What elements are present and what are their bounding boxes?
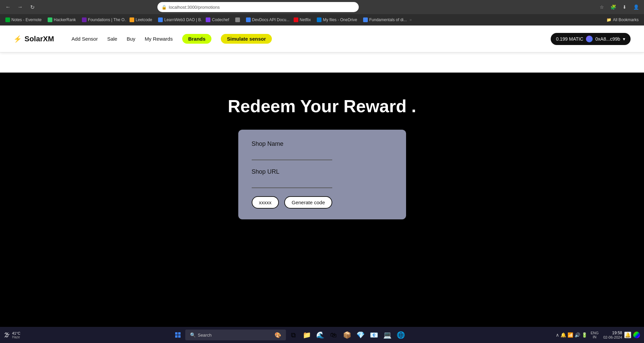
taskbar-store[interactable]: 🛍 <box>328 329 340 341</box>
bookmark-google-icon <box>363 17 368 22</box>
wallet-button[interactable]: 0.199 MATIC 0xA8...c99b ▾ <box>551 33 631 45</box>
page-title: Redeem Your Reward . <box>228 96 416 116</box>
taskbar-edge[interactable]: 🌊 <box>314 329 326 341</box>
nav-add-sensor[interactable]: Add Sensor <box>71 35 98 43</box>
bookmark-hackerrank-label: HackerRank <box>54 17 76 22</box>
bookmark-netflix-icon <box>294 17 298 22</box>
tray-sound-icon[interactable]: 🔊 <box>575 332 580 338</box>
locale: ENG IN <box>591 331 599 339</box>
browser-chrome: ← → ↻ 🔒 localhost:3000/promotions ☆ 🧩 ⬇ … <box>0 0 644 14</box>
taskbar-center: 🔍 Search 🎨 ⧉ 📁 🌊 🛍 📦 💎 📧 💻 🌐 <box>24 329 554 341</box>
weather-desc: Haze <box>12 335 20 339</box>
xxxxx-button[interactable]: xxxxx <box>252 196 279 209</box>
star-button[interactable]: ☆ <box>597 2 606 12</box>
sys-tray: ∧ 🔔 📶 🔊 🔋 <box>556 332 587 338</box>
url-text: localhost:3000/promotions <box>169 5 220 10</box>
bookmark-notes-label: Notes - Evernote <box>11 17 42 22</box>
notification-button[interactable]: 🔔 <box>624 332 631 338</box>
taskbar-left: 🌫 41°C Haze <box>4 331 23 339</box>
bookmark-netflix[interactable]: Netflix <box>291 16 313 23</box>
wallet-balance: 0.199 MATIC <box>556 36 583 42</box>
all-bookmarks-label: All Bookmarks <box>613 17 639 22</box>
nav-links: Add Sensor Sale Buy My Rewards Brands Si… <box>71 34 540 44</box>
bookmark-netflix-label: Netflix <box>300 17 311 22</box>
bookmark-codechef-icon <box>206 17 210 22</box>
taskbar-explorer[interactable]: 📁 <box>301 329 313 341</box>
bookmark-onedrive-label: My files - OneDrive <box>323 17 357 22</box>
nav-my-rewards[interactable]: My Rewards <box>145 35 172 43</box>
folder-icon: 📁 <box>606 17 611 22</box>
taskbar-app-red[interactable]: 💎 <box>354 329 366 341</box>
shop-name-input[interactable] <box>252 149 332 160</box>
extensions-button[interactable]: 🧩 <box>608 2 618 12</box>
windows-button[interactable] <box>172 329 184 341</box>
nav-buy[interactable]: Buy <box>127 35 135 43</box>
nav-sale[interactable]: Sale <box>107 35 117 43</box>
forward-button[interactable]: → <box>15 2 25 12</box>
lock-icon: 🔒 <box>161 5 167 10</box>
logo[interactable]: ⚡ SolarXM <box>13 35 54 43</box>
locale-country: IN <box>593 335 596 339</box>
bookmark-google[interactable]: Fundamentals of di... <box>360 16 407 23</box>
color-circle <box>633 332 640 338</box>
taskbar: 🌫 41°C Haze 🔍 Search 🎨 ⧉ 📁 🌊 🛍 📦 <box>0 327 644 343</box>
address-bar[interactable]: 🔒 localhost:3000/promotions <box>157 2 359 12</box>
bookmark-onedrive[interactable]: My files - OneDrive <box>314 16 360 23</box>
time: 19:58 <box>612 331 622 335</box>
weather-temp: 41°C <box>12 331 20 335</box>
taskbar-apps: ⧉ 📁 🌊 🛍 📦 💎 📧 💻 🌐 <box>287 329 407 341</box>
wallet-icon <box>586 36 593 42</box>
taskbar-vscode[interactable]: 💻 <box>381 329 393 341</box>
bookmark-notes-icon <box>5 17 10 22</box>
download-button[interactable]: ⬇ <box>620 2 629 12</box>
taskbar-search-bar[interactable]: 🔍 Search 🎨 <box>185 330 286 340</box>
tray-battery-icon[interactable]: 🔋 <box>582 332 587 338</box>
windows-logo <box>175 332 181 338</box>
taskbar-chrome[interactable]: 🌐 <box>395 329 407 341</box>
content-area: Redeem Your Reward . Shop Name Shop URL … <box>0 73 644 327</box>
bookmark-learnweb3[interactable]: LearnWeb3 DAO | B... <box>155 16 202 23</box>
app-container: ⚡ SolarXM Add Sensor Sale Buy My Rewards… <box>0 26 644 73</box>
bookmark-leetcode-icon <box>130 17 134 22</box>
nav-brands[interactable]: Brands <box>182 34 212 44</box>
shop-url-label: Shop URL <box>252 168 393 175</box>
bookmark-devdocs[interactable]: DevDocs API Docu... <box>243 16 290 23</box>
bookmark-foundations[interactable]: Foundations | The O... <box>79 16 126 23</box>
back-button[interactable]: ← <box>3 2 13 12</box>
taskbar-dropbox[interactable]: 📦 <box>341 329 353 341</box>
time-display: 19:58 02-06-2024 <box>603 331 622 339</box>
bookmark-hackerrank[interactable]: HackerRank <box>45 16 79 23</box>
logo-text: SolarXM <box>24 35 54 43</box>
bookmark-more[interactable]: » <box>408 17 413 22</box>
tray-notify-icon[interactable]: 🔔 <box>560 332 566 338</box>
tray-up-icon[interactable]: ∧ <box>556 332 559 338</box>
profile-button[interactable]: 👤 <box>631 2 641 12</box>
shop-name-label: Shop Name <box>252 140 393 147</box>
tray-wifi-icon[interactable]: 📶 <box>567 332 573 338</box>
bookmark-devdocs-label: DevDocs API Docu... <box>252 17 290 22</box>
shop-url-field: Shop URL <box>252 168 393 188</box>
generate-code-button[interactable]: Generate code <box>284 196 332 209</box>
weather-icon: 🌫 <box>4 332 10 339</box>
locale-lang: ENG <box>591 331 599 335</box>
taskbar-right: ∧ 🔔 📶 🔊 🔋 ENG IN 19:58 02-06-2024 🔔 <box>556 331 640 339</box>
wallet-dropdown-icon: ▾ <box>623 36 625 42</box>
shop-name-field: Shop Name <box>252 140 393 160</box>
bookmark-leetcode[interactable]: Leetcode <box>127 16 155 23</box>
shop-url-input[interactable] <box>252 177 332 188</box>
bookmark-foundations-icon <box>82 17 87 22</box>
bookmarks-bar: Notes - Evernote HackerRank Foundations … <box>0 14 644 26</box>
form-actions: xxxxx Generate code <box>252 196 393 209</box>
bookmark-leetcode-label: Leetcode <box>136 17 152 22</box>
lightning-icon: ⚡ <box>13 35 22 43</box>
all-bookmarks[interactable]: 📁 All Bookmarks <box>604 16 641 23</box>
bookmark-google-label: Fundamentals of di... <box>369 17 407 22</box>
bookmark-misc[interactable] <box>233 16 243 23</box>
refresh-button[interactable]: ↻ <box>28 2 37 12</box>
taskbar-task-view[interactable]: ⧉ <box>287 329 299 341</box>
wallet-address: 0xA8...c99b <box>595 36 620 42</box>
bookmark-codechef[interactable]: Codechef <box>203 16 232 23</box>
nav-simulate[interactable]: Simulate sensor <box>221 34 272 44</box>
bookmark-notes[interactable]: Notes - Evernote <box>3 16 44 23</box>
taskbar-outlook[interactable]: 📧 <box>368 329 380 341</box>
